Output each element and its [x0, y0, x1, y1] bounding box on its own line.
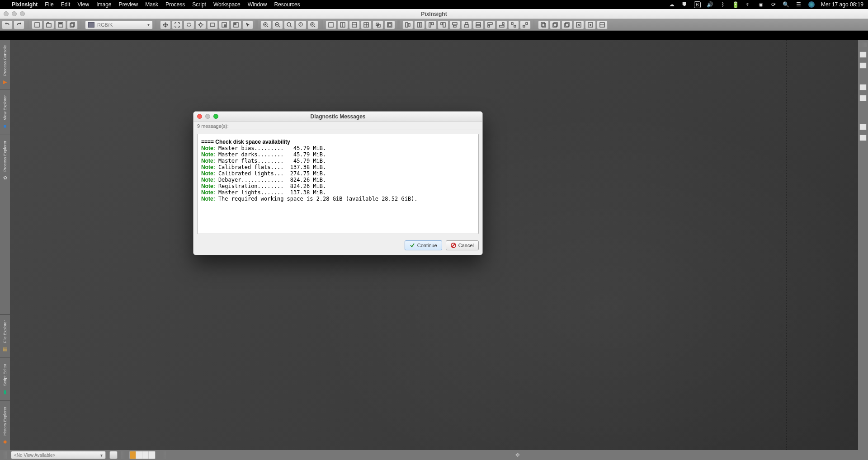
- status-shield-icon[interactable]: ⛊: [681, 1, 688, 8]
- swatch-orange[interactable]: [130, 451, 136, 459]
- toolbar-arrange-7[interactable]: [473, 20, 484, 29]
- toolbar-layout-2[interactable]: [337, 20, 348, 29]
- toolbar-cascade-3[interactable]: [561, 20, 572, 29]
- toolbar-arrange-10[interactable]: [508, 20, 519, 29]
- toolbar-saveall-button[interactable]: [67, 20, 78, 29]
- toolbar-layout-6[interactable]: [384, 20, 395, 29]
- toolbar-cascade-1[interactable]: [538, 20, 549, 29]
- toolbar-layout-5[interactable]: [373, 20, 383, 29]
- toolbar-move-button[interactable]: [160, 20, 171, 29]
- toolbar-zoom-fit-button[interactable]: [284, 20, 295, 29]
- menubar-app-name[interactable]: PixInsight: [12, 1, 38, 8]
- toolbar-cascade-5[interactable]: [585, 20, 596, 29]
- status-wifi-icon[interactable]: ᯤ: [745, 1, 751, 8]
- rpanel-button-4[interactable]: [859, 95, 867, 101]
- menu-preview[interactable]: Preview: [119, 1, 138, 8]
- toolbar-region2-button[interactable]: [231, 20, 241, 29]
- toolbar-crop-button[interactable]: [207, 20, 218, 29]
- toolbar-save-button[interactable]: [55, 20, 66, 29]
- move-handle-icon[interactable]: ✥: [513, 451, 523, 459]
- toolbar-arrange-5[interactable]: [449, 20, 460, 29]
- swatch-1[interactable]: [136, 451, 142, 459]
- toolbar-arrange-1[interactable]: [402, 20, 413, 29]
- svg-rect-3: [59, 23, 62, 24]
- swatch-2[interactable]: [142, 451, 149, 459]
- tab-process-explorer[interactable]: ✿ Process Explorer: [0, 135, 10, 187]
- view-selector[interactable]: <No View Available>: [11, 451, 106, 459]
- toolbar-zoom-in-button[interactable]: [260, 20, 271, 29]
- toolbar-new-button[interactable]: [32, 20, 42, 29]
- dialog-close-button[interactable]: [197, 114, 202, 119]
- rpanel-button-5[interactable]: [859, 124, 867, 130]
- toolbar-layout-3[interactable]: [349, 20, 360, 29]
- menu-window[interactable]: Window: [248, 1, 267, 8]
- status-sync-icon[interactable]: ⟳: [770, 1, 777, 8]
- menu-mask[interactable]: Mask: [145, 1, 158, 8]
- tab-script-editor[interactable]: ▮ Script Editor: [0, 357, 10, 400]
- win-zoom-button[interactable]: [20, 11, 25, 16]
- toolbar-center-button[interactable]: [195, 20, 206, 29]
- toolbar-cascade-6[interactable]: [597, 20, 608, 29]
- toolbar-arrange-3[interactable]: [426, 20, 437, 29]
- rpanel-button-3[interactable]: [859, 84, 867, 90]
- menu-resources[interactable]: Resources: [274, 1, 300, 8]
- swatch-3[interactable]: [149, 451, 155, 459]
- status-battery-icon[interactable]: 🔋: [732, 1, 739, 8]
- toolbar-expand-button[interactable]: [172, 20, 183, 29]
- tab-process-console[interactable]: ▶ Process Console: [0, 40, 10, 89]
- status-control-center-icon[interactable]: ☰: [796, 1, 802, 8]
- svg-rect-30: [420, 23, 422, 27]
- menu-edit[interactable]: Edit: [61, 1, 71, 8]
- status-volume-icon[interactable]: 🔊: [707, 1, 713, 8]
- toolbar-region-button[interactable]: [219, 20, 230, 29]
- toolbar-pointer-button[interactable]: [242, 20, 253, 29]
- status-cloud-icon[interactable]: ☁︎: [669, 1, 675, 8]
- toolbar-zoom-11-button[interactable]: 1: [296, 20, 307, 29]
- toolbar-arrange-11[interactable]: [520, 20, 531, 29]
- menu-view[interactable]: View: [77, 1, 89, 8]
- status-siri-icon[interactable]: [808, 1, 815, 8]
- toolbar-collapse-button[interactable]: [184, 20, 194, 29]
- toolbar-layout-4[interactable]: [361, 20, 372, 29]
- toolbar-cascade-2[interactable]: [550, 20, 561, 29]
- status-user-icon[interactable]: ◉: [758, 1, 764, 8]
- toolbar-zoom-out-button[interactable]: [272, 20, 283, 29]
- win-minimize-button[interactable]: [12, 11, 17, 16]
- rpanel-button-6[interactable]: [859, 135, 867, 141]
- toolbar-arrange-2[interactable]: [414, 20, 425, 29]
- toolbar-layout-1[interactable]: [326, 20, 336, 29]
- tab-file-explorer[interactable]: ▦ File Explorer: [0, 314, 10, 357]
- toolbar-cascade-4[interactable]: [573, 20, 584, 29]
- dialog-console[interactable]: ==== Check disk space availability Note:…: [197, 134, 479, 234]
- tab-view-explorer[interactable]: ■ View Explorer: [0, 89, 10, 135]
- rpanel-button-1[interactable]: [859, 52, 867, 58]
- readout-selector[interactable]: RGB/K: [85, 20, 153, 29]
- toolbar-zoom-big-button[interactable]: [307, 20, 318, 29]
- rpanel-button-2[interactable]: [859, 62, 867, 69]
- toolbar-arrange-4[interactable]: [438, 20, 448, 29]
- menu-workspace[interactable]: Workspace: [213, 1, 241, 8]
- toolbar-open-button[interactable]: [43, 20, 54, 29]
- menu-image[interactable]: Image: [96, 1, 111, 8]
- color-swatches[interactable]: [129, 451, 156, 459]
- status-app-icon[interactable]: B: [694, 1, 701, 8]
- menu-file[interactable]: File: [45, 1, 53, 8]
- readout-swatch-icon: [88, 22, 94, 28]
- menubar-clock[interactable]: Mer 17 ago 08:19: [821, 1, 863, 8]
- toolbar-redo-button[interactable]: [14, 20, 24, 29]
- continue-button[interactable]: Continue: [405, 240, 442, 250]
- toolbar-undo-button[interactable]: [2, 20, 13, 29]
- menu-script[interactable]: Script: [192, 1, 206, 8]
- dialog-titlebar[interactable]: Diagnostic Messages: [193, 112, 482, 122]
- bottombar-square-button[interactable]: [109, 451, 118, 459]
- tab-history-explorer[interactable]: ◆ History Explorer: [0, 400, 10, 450]
- toolbar-arrange-6[interactable]: [461, 20, 472, 29]
- status-bluetooth-icon[interactable]: ᛒ: [720, 1, 726, 8]
- dialog-zoom-button[interactable]: [213, 114, 218, 119]
- menu-process[interactable]: Process: [165, 1, 185, 8]
- status-spotlight-icon[interactable]: 🔍: [783, 1, 789, 8]
- cancel-button[interactable]: Cancel: [446, 240, 479, 250]
- win-close-button[interactable]: [4, 11, 9, 16]
- toolbar-arrange-9[interactable]: [496, 20, 507, 29]
- toolbar-arrange-8[interactable]: [485, 20, 495, 29]
